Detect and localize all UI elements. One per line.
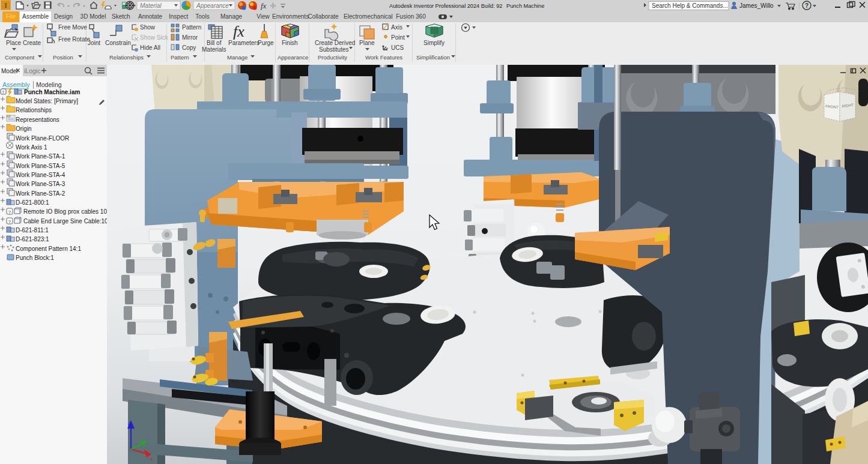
svg-text:?: ? [2,89,4,95]
svg-text:Punch Block:1: Punch Block:1 [16,255,54,261]
svg-text:Axis: Axis [391,24,402,31]
svg-text:X: X [150,457,154,462]
svg-text:?: ? [805,2,809,9]
svg-text:Simplify: Simplify [423,40,445,46]
svg-text:Assembly: Assembly [2,81,30,88]
svg-text:D-621-800:1: D-621-800:1 [16,199,49,206]
svg-text:?: ? [8,209,11,215]
svg-text:Simplification: Simplification [416,54,450,61]
svg-text:Show Sick: Show Sick [140,34,169,41]
svg-text:Model: Model [1,68,17,74]
svg-text:Appearance: Appearance [196,2,229,9]
svg-text:UCS: UCS [391,44,404,51]
svg-text:Work Features: Work Features [365,54,402,61]
svg-text:Work Plane-STA-4: Work Plane-STA-4 [16,172,65,178]
svg-text:Plane: Plane [359,40,375,46]
svg-text:Work Plane-STA-5: Work Plane-STA-5 [16,163,65,169]
svg-text:Punch Machine: Punch Machine [506,3,544,9]
svg-text:Modeling: Modeling [36,81,62,88]
svg-text:Work Plane-STA-1: Work Plane-STA-1 [16,153,65,160]
svg-text:?: ? [8,219,11,224]
svg-text:Work Axis 1: Work Axis 1 [16,144,47,151]
svg-text:Mirror: Mirror [182,34,198,41]
svg-text:Place: Place [6,40,21,46]
svg-text:Work Plane-STA-3: Work Plane-STA-3 [16,181,65,187]
svg-text:Substitutes: Substitutes [319,46,348,53]
svg-text:Position: Position [53,54,73,61]
svg-text:fx: fx [233,23,244,40]
svg-text:Pattern: Pattern [182,24,201,31]
svg-text:Constrain: Constrain [105,40,131,46]
svg-text:Punch Machine.iam: Punch Machine.iam [24,89,80,95]
svg-text:Relationships: Relationships [109,54,144,61]
svg-text:Materials: Materials [202,46,226,53]
svg-text:Y: Y [144,438,148,444]
svg-text:Free Move: Free Move [58,24,87,31]
svg-text:Hide All: Hide All [140,44,160,51]
svg-text:fx: fx [261,1,267,10]
svg-text:Component Pattern 14:1: Component Pattern 14:1 [16,246,81,252]
svg-text:Create Derived: Create Derived [315,40,355,46]
svg-text:I: I [4,1,7,10]
svg-text:Material: Material [140,2,162,9]
svg-text:Search Help & Commands...: Search Help & Commands... [652,2,728,9]
svg-text:Point: Point [391,34,405,41]
svg-text:Remote IO Blog prox cables 101: Remote IO Blog prox cables 101:1 (Unr [23,208,107,215]
svg-text:Representations: Representations [16,116,59,123]
svg-text:James_Willo: James_Willo [739,2,774,9]
svg-text:Manage: Manage [227,54,247,61]
svg-text:Pattern: Pattern [171,54,189,61]
svg-text:Component: Component [5,54,34,61]
svg-text:Parameters: Parameters [228,40,259,46]
svg-text:Productivity: Productivity [318,54,347,61]
svg-text:Autodesk Inventor Professional: Autodesk Inventor Professional 2024 Buil… [389,3,502,9]
svg-text:Work Plane-STA-2: Work Plane-STA-2 [16,190,65,197]
svg-text:Show: Show [140,24,156,31]
svg-text:Z: Z [128,421,131,426]
svg-text:D-621-823:1: D-621-823:1 [16,236,49,243]
svg-text:Work Plane-FLOOR: Work Plane-FLOOR [16,135,69,142]
svg-text:Copy: Copy [182,44,196,51]
svg-text:iLogic: iLogic [24,67,40,74]
svg-text:Model States: [Primary]: Model States: [Primary] [16,98,78,104]
svg-text:Appearance: Appearance [278,54,308,61]
svg-text:Create: Create [23,40,41,46]
svg-text:D-621-811:1: D-621-811:1 [16,227,49,234]
svg-text:Purge: Purge [258,40,274,46]
svg-text:Free Rotate: Free Rotate [58,36,90,43]
svg-text:Joint: Joint [88,40,100,46]
svg-text:Origin: Origin [16,125,32,132]
svg-text:Relationships: Relationships [16,107,52,113]
svg-text:Cable End Large Sine Cable:10: Cable End Large Sine Cable:10 (Unreso [23,218,107,224]
svg-text:Finish: Finish [282,40,298,46]
svg-text:Bill of: Bill of [207,40,222,46]
